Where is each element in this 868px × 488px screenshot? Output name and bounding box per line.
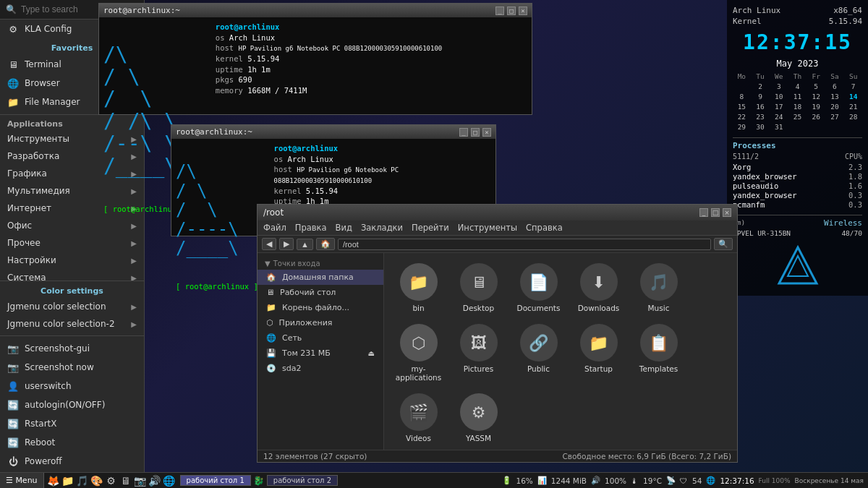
maximize-button-2[interactable]: □ xyxy=(471,128,480,137)
calendar-day[interactable] xyxy=(807,122,825,132)
taskbar-app-speaker[interactable]: 🔊 xyxy=(148,474,161,487)
fm-file-item[interactable]: ⚙ YASSM xyxy=(451,390,506,445)
fm-sidebar-desktop[interactable]: 🖥 Рабочий стол xyxy=(258,285,383,300)
fm-file-item[interactable]: 🔗 Public xyxy=(511,321,566,385)
close-button[interactable]: × xyxy=(519,7,527,15)
fm-file-item[interactable]: 🎬 Videos xyxy=(391,390,446,445)
fm-file-item[interactable]: 📁 Startup xyxy=(571,321,626,385)
taskbar-app-art[interactable]: 🎨 xyxy=(90,474,103,487)
calendar-day[interactable]: 9 xyxy=(752,92,770,101)
fm-menu-view[interactable]: Вид xyxy=(336,223,352,233)
calendar-day[interactable]: 18 xyxy=(788,102,807,111)
calendar-day[interactable]: 21 xyxy=(844,102,862,111)
sidebar-item-other[interactable]: Прочее ▶ xyxy=(0,234,144,252)
calendar-day[interactable]: 25 xyxy=(788,112,807,121)
calendar-day[interactable]: 26 xyxy=(807,112,825,121)
jgmenu-color2-item[interactable]: Jgmenu color selection-2 ▶ xyxy=(0,315,144,333)
autologin-item[interactable]: 🔄 autologin(ON/OFF) xyxy=(0,395,144,414)
calendar-day[interactable]: 4 xyxy=(788,82,807,91)
fm-sidebar-root[interactable]: 📁 Корень файло... xyxy=(258,300,383,315)
fm-menu-tools[interactable]: Инструменты xyxy=(458,223,517,233)
rstartx-item[interactable]: 🔄 RstartX xyxy=(0,414,144,433)
fm-file-item[interactable]: 📋 Templates xyxy=(631,321,686,385)
calendar-day[interactable]: 24 xyxy=(770,112,788,121)
taskbar-app-browser[interactable]: 🌐 xyxy=(163,474,176,487)
fm-menu-help[interactable]: Справка xyxy=(526,223,563,233)
calendar-day[interactable]: 17 xyxy=(770,102,788,111)
sidebar-item-system[interactable]: Система ▶ xyxy=(0,269,144,281)
calendar-day[interactable] xyxy=(733,82,751,91)
fm-sidebar-volume[interactable]: 💾 Том 231 МБ ⏏ xyxy=(258,346,383,361)
taskbar-app-terminal[interactable]: 🖥 xyxy=(119,474,132,487)
calendar-day[interactable]: 10 xyxy=(770,92,788,101)
fm-sidebar-apps[interactable]: ⬡ Приложения xyxy=(258,315,383,330)
taskbar-workspace-2[interactable]: рабочий стол 2 xyxy=(267,475,338,486)
calendar-day[interactable]: 22 xyxy=(733,112,751,121)
jgmenu-color-item[interactable]: Jgmenu color selection ▶ xyxy=(0,298,144,315)
calendar-day[interactable]: 29 xyxy=(733,122,751,132)
fm-sidebar-home[interactable]: 🏠 Домашняя папка xyxy=(258,270,383,285)
fm-menu-bookmarks[interactable]: Закладки xyxy=(361,223,403,233)
calendar-day[interactable]: 2 xyxy=(752,82,770,91)
taskbar-app-camera[interactable]: 📷 xyxy=(134,474,147,487)
screenshot-gui-item[interactable]: 📷 Screenshot-gui xyxy=(0,339,144,358)
calendar-day[interactable] xyxy=(788,122,807,132)
fm-sidebar-sda2[interactable]: 💿 sda2 xyxy=(258,361,383,376)
calendar-day[interactable]: 19 xyxy=(807,102,825,111)
sidebar-item-settings[interactable]: Настройки ▶ xyxy=(0,252,144,269)
screenshot-now-item[interactable]: 📷 Screenshot now xyxy=(0,358,144,377)
calendar-day[interactable]: 8 xyxy=(733,92,751,101)
calendar-day[interactable]: 5 xyxy=(807,82,825,91)
fm-menu-file[interactable]: Файл xyxy=(263,223,286,233)
minimize-button-2[interactable]: _ xyxy=(459,128,468,137)
calendar-day[interactable]: 30 xyxy=(752,122,770,132)
minimize-button[interactable]: _ xyxy=(495,7,504,15)
fm-forward-button[interactable]: ▶ xyxy=(279,238,294,250)
sidebar-item-office[interactable]: Офис ▶ xyxy=(0,217,144,234)
start-menu-button[interactable]: ☰ Menu xyxy=(0,473,44,488)
calendar-day[interactable]: 28 xyxy=(844,112,862,121)
fm-file-item[interactable]: 📁 bin xyxy=(391,260,446,315)
terminal-window-1[interactable]: root@archlinux:~ _ □ × /\ / \ / \ / /\ \… xyxy=(98,3,532,115)
calendar-day[interactable] xyxy=(844,122,862,132)
calendar-day[interactable]: 27 xyxy=(826,112,844,121)
calendar-day[interactable]: 16 xyxy=(752,102,770,111)
taskbar-app-music[interactable]: 🎵 xyxy=(76,474,89,487)
fm-path-input[interactable] xyxy=(338,239,711,250)
poweroff-item[interactable]: ⏻ Poweroff xyxy=(0,452,144,471)
calendar-day[interactable]: 3 xyxy=(770,82,788,91)
fm-home-button[interactable]: 🏠 xyxy=(316,238,335,250)
reboot-item[interactable]: 🔄 Reboot xyxy=(0,433,144,452)
fm-sidebar-network[interactable]: 🌐 Сеть xyxy=(258,330,383,346)
fm-file-item[interactable]: ⬡ my-applications xyxy=(391,321,446,385)
close-button-2[interactable]: × xyxy=(482,128,491,137)
fm-menu-go[interactable]: Перейти xyxy=(412,223,449,233)
taskbar-app-files[interactable]: 📁 xyxy=(61,474,75,487)
fm-file-item[interactable]: 🖥 Desktop xyxy=(451,260,506,315)
fm-menu-edit[interactable]: Правка xyxy=(295,223,327,233)
calendar-day[interactable]: 6 xyxy=(826,82,844,91)
calendar-day[interactable]: 12 xyxy=(807,92,825,101)
fm-file-item[interactable]: 🖼 Pictures xyxy=(451,321,506,385)
fm-back-button[interactable]: ◀ xyxy=(262,238,276,250)
fm-close-button[interactable]: × xyxy=(723,208,731,217)
fm-minimize-button[interactable]: _ xyxy=(699,208,708,217)
calendar-day[interactable]: 31 xyxy=(770,122,788,132)
fm-points-label[interactable]: ▼ Точки входа xyxy=(258,257,383,270)
fm-maximize-button[interactable]: □ xyxy=(711,208,720,217)
calendar-day[interactable]: 14 xyxy=(844,92,862,101)
fm-file-item[interactable]: 🎵 Music xyxy=(631,260,686,315)
calendar-day[interactable]: 20 xyxy=(826,102,844,111)
fm-up-button[interactable]: ▲ xyxy=(297,239,313,250)
taskbar-app-firefox[interactable]: 🦊 xyxy=(47,474,60,487)
calendar-day[interactable]: 13 xyxy=(826,92,844,101)
calendar-day[interactable] xyxy=(826,122,844,132)
taskbar-app-settings[interactable]: ⚙ xyxy=(105,474,118,487)
userswitch-item[interactable]: 👤 userswitch xyxy=(0,377,144,395)
calendar-day[interactable]: 7 xyxy=(844,82,862,91)
calendar-day[interactable]: 15 xyxy=(733,102,751,111)
calendar-day[interactable]: 23 xyxy=(752,112,770,121)
calendar-day[interactable]: 11 xyxy=(788,92,807,101)
maximize-button[interactable]: □ xyxy=(507,7,516,15)
eject-icon[interactable]: ⏏ xyxy=(368,349,375,357)
